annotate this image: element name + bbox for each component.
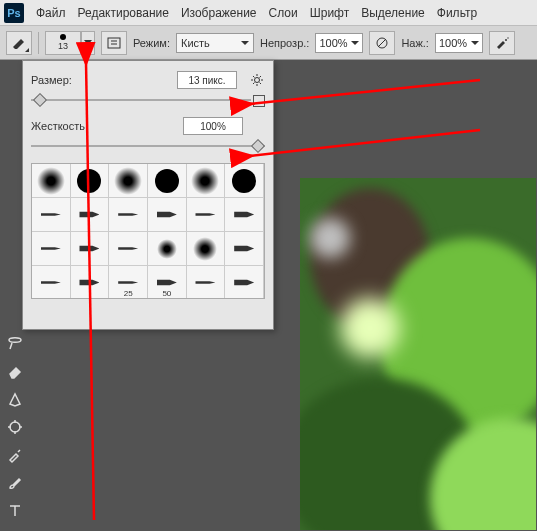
preset-tip-4[interactable] [148,198,187,232]
opacity-label: Непрозр.: [260,37,309,49]
preset-soft-3[interactable] [187,164,226,198]
size-input[interactable]: 13 пикс. [177,71,237,89]
tool-brush[interactable] [2,470,28,496]
svg-line-6 [250,80,480,104]
preset-hard-3[interactable] [225,164,264,198]
preset-tip-2[interactable] [71,198,110,232]
mode-select[interactable]: Кисть [176,33,254,53]
menubar: Ps Файл Редактирование Изображение Слои … [0,0,537,26]
svg-line-7 [250,130,480,156]
tool-pen[interactable] [2,386,28,412]
preset-hard-1[interactable] [71,164,110,198]
svg-rect-0 [108,38,120,48]
preset-tip-10[interactable] [225,232,264,266]
preset-soft-5[interactable] [187,232,226,266]
preset-soft-4[interactable] [148,232,187,266]
preset-tip-6[interactable] [225,198,264,232]
opacity-input[interactable]: 100% [315,33,363,53]
brush-preset-picker[interactable]: 13 [45,31,81,55]
svg-point-2 [505,39,507,41]
brush-presets-grid: 25 50 [31,163,265,299]
options-bar: 13 Режим: Кисть Непрозр.: 100% Наж.: 100… [0,26,537,60]
menu-file[interactable]: Файл [36,6,66,20]
preset-tip-8[interactable] [71,232,110,266]
preset-tip-3[interactable] [109,198,148,232]
preset-tip-7[interactable] [32,232,71,266]
tool-eraser[interactable] [2,358,28,384]
preset-tip-5[interactable] [187,198,226,232]
preset-hard-2[interactable] [148,164,187,198]
svg-point-4 [10,422,20,432]
svg-point-3 [507,37,508,38]
preset-tip-12[interactable] [71,266,110,299]
preset-tip-15[interactable] [187,266,226,299]
tool-eyedropper[interactable] [2,442,28,468]
preset-tip-13[interactable]: 25 [109,266,148,299]
size-label: Размер: [31,74,72,86]
size-slider[interactable] [31,93,265,107]
brush-panel-toggle[interactable] [101,31,127,55]
menu-type[interactable]: Шрифт [310,6,349,20]
tool-text[interactable] [2,498,28,524]
preset-tip-1[interactable] [32,198,71,232]
menu-edit[interactable]: Редактирование [78,6,169,20]
brush-size-number: 13 [58,41,68,51]
preset-tip-16[interactable] [225,266,264,299]
svg-point-5 [255,78,260,83]
document-canvas[interactable] [300,178,536,530]
hardness-input[interactable]: 100% [183,117,243,135]
hardness-slider[interactable] [31,139,265,153]
tool-lasso[interactable] [2,330,28,356]
brush-settings-panel: Размер: 13 пикс. Жесткость: 100% [22,60,274,330]
menu-image[interactable]: Изображение [181,6,257,20]
menu-filter[interactable]: Фильтр [437,6,477,20]
airbrush-icon[interactable] [489,31,515,55]
brush-preset-dropdown[interactable] [81,31,95,55]
preset-tip-14[interactable]: 50 [148,266,187,299]
tool-spot[interactable] [2,414,28,440]
gear-icon[interactable] [249,72,265,88]
preset-soft-1[interactable] [32,164,71,198]
tool-preset-picker[interactable] [6,31,32,55]
app-logo: Ps [4,3,24,23]
preset-tip-9[interactable] [109,232,148,266]
hardness-label: Жесткость: [31,120,88,132]
tool-path[interactable] [2,526,28,531]
new-preset-icon[interactable] [253,95,265,107]
flow-label: Наж.: [401,37,429,49]
pressure-opacity-icon[interactable] [369,31,395,55]
menu-layers[interactable]: Слои [269,6,298,20]
preset-tip-11[interactable] [32,266,71,299]
mode-label: Режим: [133,37,170,49]
preset-soft-2[interactable] [109,164,148,198]
menu-select[interactable]: Выделение [361,6,425,20]
flow-input[interactable]: 100% [435,33,483,53]
